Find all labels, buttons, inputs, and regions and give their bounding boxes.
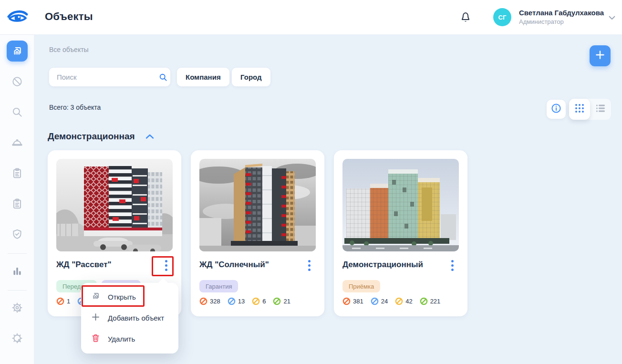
sidebar-item-settings-user[interactable] [0, 324, 34, 354]
menu-item-delete[interactable]: Удалить [81, 328, 178, 349]
kebab-menu-button[interactable] [446, 258, 459, 272]
sidebar-item-settings-check[interactable] [0, 293, 34, 324]
stat-blue: 13 [228, 297, 245, 305]
shield-check-icon [11, 228, 23, 242]
sidebar-divider-2 [8, 290, 27, 291]
filter-company-button[interactable]: Компания [177, 68, 229, 86]
eye-logo-icon [6, 6, 29, 28]
grid-view-button[interactable] [569, 99, 590, 120]
sidebar-item-clipboard[interactable] [0, 159, 34, 189]
breadcrumb: Все объекты [49, 46, 89, 53]
menu-item-label: Добавить объект [108, 314, 164, 322]
menu-item-add-object[interactable]: Добавить объект [81, 307, 178, 328]
object-title: ЖД "Рассвет" [56, 260, 156, 270]
app-header: Объекты СГ Светлана Габдулхакова Админис… [0, 0, 622, 34]
home-icon [91, 291, 101, 302]
info-button[interactable] [547, 100, 566, 119]
badge-row: Гарантия [199, 280, 238, 292]
grid-view-icon [574, 103, 585, 115]
page-title: Объекты [45, 10, 93, 23]
search-icon[interactable] [156, 73, 170, 82]
sidebar-item-shield[interactable] [0, 220, 34, 250]
stat-orange: 328 [199, 297, 220, 305]
sidebar-item-objects[interactable] [0, 35, 34, 67]
object-card-solnechny[interactable]: ЖД "Солнечный" Гарантия 328 13 6 [191, 150, 324, 316]
bar-chart-icon [11, 265, 23, 279]
defect-stats-row: 328 13 6 21 [199, 297, 290, 305]
user-role: Администратор [519, 18, 605, 25]
sidebar-item-ban[interactable] [0, 67, 34, 98]
user-name: Светлана Габдулхакова [519, 9, 605, 17]
notifications-button[interactable] [458, 10, 473, 25]
ban-icon [11, 75, 23, 90]
building-icon [7, 41, 28, 62]
object-photo [342, 159, 459, 251]
sidebar-item-search[interactable] [0, 98, 34, 128]
helmet-icon [11, 136, 23, 151]
filter-city-button[interactable]: Город [232, 68, 270, 86]
kebab-menu-button[interactable] [159, 258, 173, 272]
stage-badge: Приёмка [342, 280, 380, 292]
clipboard-icon [11, 167, 23, 181]
sidebar-item-helmet[interactable] [0, 128, 34, 159]
object-photo [56, 159, 173, 251]
section-header: Демонстрационная [48, 131, 154, 142]
context-menu: Открыть Добавить объект Удалить [81, 283, 178, 354]
menu-item-label: Открыть [108, 293, 136, 301]
sidebar-divider [8, 253, 27, 254]
menu-item-label: Удалить [108, 335, 135, 343]
add-object-button[interactable] [590, 45, 611, 66]
object-title: Демонстрационный [342, 260, 443, 270]
bell-icon [459, 10, 472, 25]
search-box [49, 68, 170, 86]
info-icon [550, 103, 562, 116]
clipboard-icon-2 [11, 198, 23, 212]
object-photo [199, 159, 316, 251]
objects-total-count: Всего: 3 объекта [49, 104, 101, 111]
trash-icon [91, 333, 101, 344]
plus-icon [91, 312, 101, 323]
sidebar-item-analytics[interactable] [0, 257, 34, 287]
search-input[interactable] [49, 73, 156, 81]
defect-stats-row: 381 24 42 221 [342, 297, 440, 305]
sidebar-item-clipboard-2[interactable] [0, 189, 34, 220]
object-title: ЖД "Солнечный" [199, 260, 300, 270]
stat-green: 21 [273, 297, 290, 305]
app-logo[interactable] [6, 7, 30, 28]
view-toggle [569, 99, 611, 120]
stage-badge: Гарантия [199, 280, 238, 292]
chevron-up-icon[interactable] [145, 134, 154, 139]
kebab-menu-button[interactable] [302, 258, 316, 272]
list-view-icon [595, 103, 606, 115]
user-avatar[interactable]: СГ [493, 8, 511, 26]
search-icon [11, 106, 23, 120]
user-menu-chevron-down-icon[interactable] [609, 13, 615, 22]
badge-row: Приёмка [342, 280, 380, 292]
gear-check-icon [11, 302, 23, 316]
stat-orange: 1 [56, 297, 70, 305]
stat-yellow: 6 [252, 297, 266, 305]
sidebar [0, 34, 34, 364]
stat-orange: 381 [342, 297, 363, 305]
plus-icon [595, 50, 605, 62]
gear-user-icon [11, 332, 23, 346]
user-info[interactable]: Светлана Габдулхакова Администратор [519, 9, 605, 25]
menu-item-open[interactable]: Открыть [81, 286, 178, 307]
section-title: Демонстрационная [48, 131, 135, 142]
list-view-button[interactable] [590, 99, 611, 120]
object-card-demo[interactable]: Демонстрационный Приёмка 381 24 42 [334, 150, 467, 316]
stat-blue: 24 [371, 297, 388, 305]
stat-green: 221 [420, 297, 441, 305]
stat-yellow: 42 [395, 297, 412, 305]
